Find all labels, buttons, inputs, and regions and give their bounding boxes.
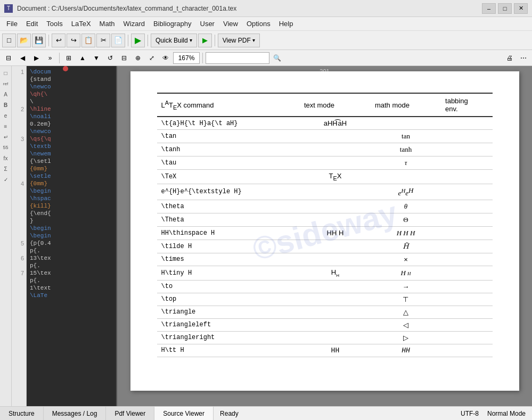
encoding-label: UTF-8 — [461, 410, 479, 417]
sidebar-icon-list[interactable]: ≡ — [1, 121, 11, 131]
pdf-viewer[interactable]: 201 ©sideway LATEX command text mode mat… — [117, 66, 532, 406]
table-row: \Theta Θ — [157, 213, 493, 226]
line-5: 5 — [12, 240, 24, 254]
separator5 — [59, 53, 60, 63]
app-icon: T — [4, 4, 13, 13]
cut-button[interactable]: ✂ — [96, 34, 110, 47]
pdf-toolbar: ⊟ ◀ ▶ » ⊞ ▲ ▼ ↺ ⊟ ⊕ ⤢ 👁 🔍 🖨 ⋯ — [0, 50, 532, 66]
menu-tools[interactable]: Tools — [42, 19, 67, 29]
search-icon[interactable]: 🔍 — [271, 52, 283, 64]
paste-button[interactable]: 📄 — [111, 34, 125, 47]
code-line-14: {0mm} — [30, 165, 113, 172]
menu-file[interactable]: File — [2, 19, 22, 29]
tab-messages[interactable]: Messages / Log — [44, 407, 107, 420]
code-line-25: p{. — [30, 247, 113, 254]
open-button[interactable]: 📂 — [17, 34, 31, 47]
menu-view[interactable]: View — [219, 19, 242, 29]
search-input[interactable] — [206, 52, 269, 64]
menu-help[interactable]: Help — [275, 19, 298, 29]
code-editor[interactable]: \docum {stand \newco \qh{\ \ \hline \noa… — [27, 66, 117, 406]
separator3 — [148, 35, 148, 46]
code-line-1: \docum — [30, 68, 113, 76]
menu-wizard[interactable]: Wizard — [119, 19, 149, 29]
code-line-22: \begin — [30, 225, 113, 232]
pdf-page: ©sideway LATEX command text mode math mo… — [130, 71, 519, 391]
grid-button[interactable]: ⊞ — [62, 52, 75, 64]
menu-options[interactable]: Options — [242, 19, 275, 29]
undo-button[interactable]: ↩ — [52, 34, 66, 47]
maximize-button[interactable]: □ — [498, 3, 512, 14]
loop-button[interactable]: ↺ — [104, 52, 117, 64]
window-title: Document : C:/Users/a/Documents/tex/late… — [17, 5, 482, 12]
quickbuild-button[interactable]: Quick Build ▾ — [151, 34, 197, 47]
scroll-up-button[interactable]: ▲ — [76, 52, 89, 64]
minimize-button[interactable]: – — [482, 3, 496, 14]
more-button[interactable]: ⋯ — [517, 52, 530, 64]
print-button[interactable]: 🖨 — [503, 52, 516, 64]
code-line-10: \qs{\q — [30, 135, 113, 143]
quickbuild-label: Quick Build — [155, 37, 188, 44]
zoom-out-button[interactable]: ⊟ — [118, 52, 130, 64]
code-line-9: \newco — [30, 128, 113, 135]
sidebar-icon-e[interactable]: e — [1, 111, 11, 120]
quickbuild-run-button[interactable]: ▶ — [198, 34, 212, 47]
tab-sourceviewer[interactable]: Source Viewer — [154, 407, 214, 420]
save-button[interactable]: 💾 — [32, 34, 46, 47]
sidebar-icon-b[interactable]: B — [1, 100, 11, 110]
code-line-29: p{. — [30, 277, 113, 284]
new-button[interactable]: □ — [2, 34, 16, 47]
tab-structure[interactable]: Structure — [0, 407, 44, 420]
status-ready: Ready — [214, 410, 454, 417]
viewpdf-dropdown-icon[interactable]: ▾ — [252, 37, 255, 43]
code-line-28: 15\tex — [30, 269, 113, 277]
table-row: \triangle △ — [157, 306, 493, 318]
code-line-21: } — [30, 217, 113, 225]
code-line-20: {\end{ — [30, 210, 113, 217]
menu-latex[interactable]: LaTeX — [67, 19, 95, 29]
table-row: \t{a}H{\t H}a{\t aH} aHH͡aH — [157, 117, 493, 130]
copy-button[interactable]: 📋 — [81, 34, 95, 47]
quickbuild-dropdown-icon[interactable]: ▾ — [190, 37, 192, 43]
zoom-input[interactable] — [173, 52, 200, 64]
sidebar-icon-ref[interactable]: ref — [1, 79, 11, 88]
expand-button[interactable]: » — [44, 52, 56, 64]
close-button[interactable]: ✕ — [514, 3, 528, 14]
fit-button[interactable]: ⤢ — [145, 52, 158, 64]
run-button[interactable]: ▶ — [131, 34, 145, 47]
tab-pdfviewer[interactable]: Pdf Viewer — [106, 407, 154, 420]
header-math: math mode — [371, 93, 441, 117]
sidebar-icon-fx[interactable]: fx — [1, 153, 11, 163]
main-toolbar: □ 📂 💾 ↩ ↪ 📋 ✂ 📄 ▶ Quick Build ▾ ▶ View P… — [0, 31, 532, 50]
menubar: File Edit Tools LaTeX Math Wizard Biblio… — [0, 17, 532, 31]
zoom-in-button[interactable]: ⊕ — [132, 52, 144, 64]
code-line-17: \begin — [30, 187, 113, 195]
sidebar-icon-check[interactable]: ✓ — [1, 175, 11, 184]
sidebar-icon-a[interactable]: A — [1, 89, 11, 99]
menu-edit[interactable]: Edit — [22, 19, 42, 29]
line-2: 2 — [12, 105, 24, 135]
header-tab: tabbingenv. — [441, 93, 492, 117]
eye-button[interactable]: 👁 — [159, 52, 172, 64]
sidebar-icon-new[interactable]: □ — [1, 68, 11, 78]
table-row: \TeX TEX — [157, 170, 493, 184]
menu-bibliography[interactable]: Bibliography — [149, 19, 196, 29]
prev-page-button[interactable]: ◀ — [16, 52, 29, 64]
sidebar-icon-55[interactable]: 55 — [1, 143, 11, 152]
table-row: e^{H}e^{\textstyle H} eHeH — [157, 184, 493, 200]
menu-user[interactable]: User — [196, 19, 219, 29]
sidebar-icon-return[interactable]: ↵ — [1, 132, 11, 142]
code-line-12: \newem — [30, 150, 113, 158]
code-line-27: p{. — [30, 262, 113, 269]
scroll-down-button[interactable]: ▼ — [90, 52, 103, 64]
statusbar: Structure Messages / Log Pdf Viewer Sour… — [0, 406, 532, 420]
viewpdf-button[interactable]: View PDF ▾ — [218, 34, 260, 47]
sidebar-icon-sigma[interactable]: Σ — [1, 164, 11, 174]
table-row: H\tiny H HH H H — [157, 266, 493, 280]
menu-math[interactable]: Math — [95, 19, 119, 29]
structure-toggle-button[interactable]: ⊟ — [2, 52, 15, 64]
table-row: \top ⊤ — [157, 293, 493, 306]
code-line-4: \qh{\ — [30, 90, 113, 98]
next-page-button[interactable]: ▶ — [30, 52, 43, 64]
redo-button[interactable]: ↪ — [67, 34, 80, 47]
separator6 — [202, 53, 203, 63]
